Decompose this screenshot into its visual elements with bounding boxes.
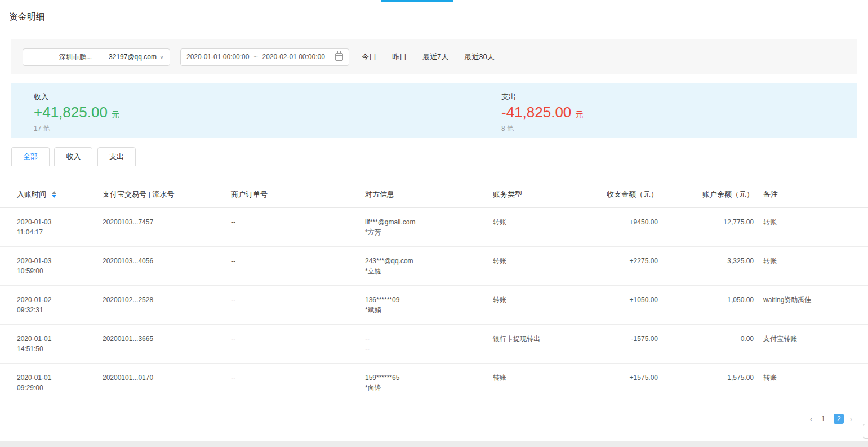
cell-remark: 转账 [754,256,868,266]
page-title: 资金明细 [9,11,868,23]
header-remark: 备注 [754,189,868,200]
cell-balance: 12,775.00 [658,217,754,227]
sort-caret-up-icon [52,191,56,194]
cell-time: 2020-01-01 14:51:50 [17,334,103,354]
header-balance: 账户余额（元） [658,189,754,200]
cell-amount: -1575.00 [594,334,658,344]
pagination-page-1[interactable]: 1 [818,414,828,424]
quick-link-30days[interactable]: 最近30天 [464,52,494,62]
table-row: 2020-01-02 09:32:31 20200102...2528 -- 1… [0,286,868,325]
cell-remark: waiting资助禹佳 [754,295,868,305]
cell-type: 转账 [493,217,594,227]
account-email: 32197@qq.com [109,53,157,61]
table-row: 2020-01-03 11:04:17 20200103...7457 -- l… [0,208,868,247]
cell-merchant-order: -- [231,373,365,383]
date-end: 2020-02-01 00:00:00 [262,53,324,61]
income-amount: +41,825.00 元 [34,104,501,121]
header-txn-id: 支付宝交易号 | 流水号 [103,189,231,200]
sort-icon[interactable] [52,191,56,198]
horizontal-scrollbar[interactable] [0,441,868,447]
quick-link-today[interactable]: 今日 [362,52,376,62]
cell-time: 2020-01-02 09:32:31 [17,295,103,315]
cell-merchant-order: -- [231,295,365,305]
cell-remark: 转账 [754,217,868,227]
page-size-select-partial[interactable] [863,424,868,439]
expense-count: 8 笔 [501,124,584,134]
tab-income[interactable]: 收入 [54,147,92,166]
summary-panel: 收入 +41,825.00 元 17 笔 支出 -41,825.00 元 8 笔 [11,83,857,138]
cell-time: 2020-01-03 10:59:00 [17,256,103,276]
expense-amount: -41,825.00 元 [501,104,584,121]
tab-expense[interactable]: 支出 [97,147,136,166]
cell-time: 2020-01-01 09:29:00 [17,373,103,393]
header-amount: 收支金额（元） [594,189,658,200]
cell-txn-id: 20200103...4056 [103,256,231,266]
tab-all[interactable]: 全部 [11,147,50,166]
active-tab-indicator [381,0,453,2]
income-count: 17 笔 [34,124,501,134]
cell-amount: +1050.00 [594,295,658,305]
expense-label: 支出 [501,92,584,102]
cell-txn-id: 20200101...0170 [103,373,231,383]
calendar-icon[interactable] [335,53,343,61]
transactions-table: 入账时间 支付宝交易号 | 流水号 商户订单号 对方信息 账务类型 收支金额（元… [0,181,868,402]
cell-type: 银行卡提现转出 [493,334,594,344]
cell-balance: 1,050.00 [658,295,754,305]
cell-remark: 支付宝转账 [754,334,868,344]
cell-type: 转账 [493,373,594,383]
income-label: 收入 [34,92,501,102]
cell-type: 转账 [493,256,594,266]
cell-counterparty: 136******09 *斌娟 [365,295,493,315]
cell-balance: 0.00 [658,334,754,344]
date-range-input[interactable]: 2020-01-01 00:00:00 ~ 2020-02-01 00:00:0… [180,48,349,66]
cell-merchant-order: -- [231,334,365,344]
table-header-row: 入账时间 支付宝交易号 | 流水号 商户订单号 对方信息 账务类型 收支金额（元… [0,181,868,208]
pagination-page-2[interactable]: 2 [834,414,844,424]
filter-tabs: 全部 收入 支出 [11,147,868,166]
filter-bar: 深圳市鹏... 32197@qq.com ∨ 2020-01-01 00:00:… [11,39,857,74]
expense-unit: 元 [576,110,584,119]
table-row: 2020-01-01 14:51:50 20200101...3665 -- -… [0,325,868,364]
cell-txn-id: 20200103...7457 [103,217,231,227]
account-name: 深圳市鹏... [59,52,92,62]
cell-remark: 转账 [754,373,868,383]
header-counterparty: 对方信息 [365,189,493,200]
table-row: 2020-01-01 09:29:00 20200101...0170 -- 1… [0,364,868,402]
date-start: 2020-01-01 00:00:00 [186,53,249,61]
cell-balance: 3,325.00 [658,256,754,266]
sort-caret-down-icon [52,195,56,198]
table-body: 2020-01-03 11:04:17 20200103...7457 -- l… [0,208,868,402]
quick-date-links: 今日 昨日 最近7天 最近30天 [362,52,495,62]
date-separator: ~ [253,53,257,61]
cell-amount: +2275.00 [594,256,658,266]
cell-balance: 1,575.00 [658,373,754,383]
quick-link-yesterday[interactable]: 昨日 [392,52,407,62]
quick-link-7days[interactable]: 最近7天 [422,52,448,62]
header-type: 账务类型 [493,189,594,200]
account-select[interactable]: 深圳市鹏... 32197@qq.com ∨ [23,48,170,66]
pagination: ‹ 1 2 › [0,414,868,424]
cell-amount: +9450.00 [594,217,658,227]
cell-time: 2020-01-03 11:04:17 [17,217,103,237]
cell-txn-id: 20200102...2528 [103,295,231,305]
header-merchant-order: 商户订单号 [231,189,365,200]
cell-merchant-order: -- [231,217,365,227]
cell-amount: +1575.00 [594,373,658,383]
cell-merchant-order: -- [231,256,365,266]
header-time[interactable]: 入账时间 [17,189,103,200]
cell-counterparty: 159******65 *向锋 [365,373,493,393]
chevron-down-icon: ∨ [159,54,164,60]
pagination-next-icon[interactable]: › [849,414,852,423]
cell-txn-id: 20200101...3665 [103,334,231,344]
cell-type: 转账 [493,295,594,305]
cell-counterparty: 243***@qq.com *立婕 [365,256,493,276]
table-row: 2020-01-03 10:59:00 20200103...4056 -- 2… [0,247,868,286]
expense-summary: 支出 -41,825.00 元 8 笔 [501,92,584,138]
pagination-prev-icon[interactable]: ‹ [810,414,813,423]
cell-counterparty: lif***@gmail.com *方芳 [365,217,493,237]
income-unit: 元 [112,110,119,119]
cell-counterparty: -- -- [365,334,493,354]
page-header: 资金明细 [0,0,868,32]
income-summary: 收入 +41,825.00 元 17 笔 [34,92,501,138]
